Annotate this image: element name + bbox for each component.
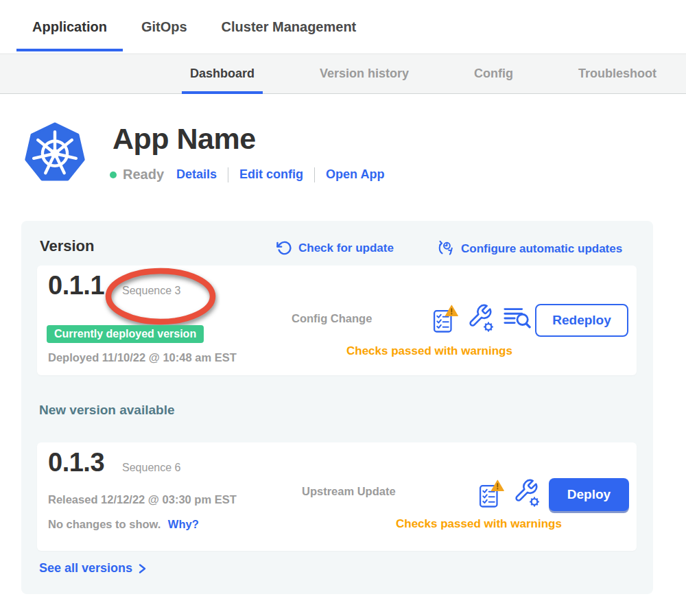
available-version-sequence: Sequence 6 <box>122 462 180 474</box>
version-action-icons <box>479 477 541 511</box>
deploy-button[interactable]: Deploy <box>549 478 629 511</box>
status-label: Ready <box>123 167 164 182</box>
redeploy-button[interactable]: Redeploy <box>535 304 628 337</box>
app-dashboard-page: Application GitOps Cluster Management Da… <box>0 0 686 616</box>
why-link[interactable]: Why? <box>168 518 199 530</box>
version-panel-title: Version <box>40 237 94 255</box>
divider <box>314 167 315 182</box>
see-all-versions-link[interactable]: See all versions <box>39 561 147 576</box>
version-panel: Version Check for update Configure autom… <box>21 221 653 594</box>
view-files-icon[interactable] <box>504 305 531 333</box>
currently-deployed-badge: Currently deployed version <box>47 325 204 343</box>
no-changes-text: No changes to show. <box>48 518 161 530</box>
app-status-row: Ready Details Edit config Open App <box>110 167 384 182</box>
current-version-sequence: Sequence 3 <box>122 285 180 297</box>
page-title: App Name <box>113 122 256 156</box>
top-nav: Application GitOps Cluster Management <box>0 0 686 54</box>
tab-troubleshoot[interactable]: Troubleshoot <box>570 54 665 93</box>
sub-nav: Dashboard Version history Config Trouble… <box>0 54 686 94</box>
current-version-row: 0.1.1 Sequence 3 <box>48 271 180 300</box>
available-version-number: 0.1.3 <box>48 448 104 477</box>
nav-tab-gitops[interactable]: GitOps <box>126 0 203 54</box>
deployed-timestamp: Deployed 11/10/22 @ 10:48 am EST <box>48 351 237 364</box>
gear-icon <box>530 497 539 507</box>
available-version-card: 0.1.3 Sequence 6 Released 12/12/22 @ 03:… <box>37 442 637 551</box>
version-action-icons <box>433 302 531 336</box>
current-version-card: 0.1.1 Sequence 3 Currently deployed vers… <box>37 265 637 375</box>
config-wrench-icon[interactable] <box>513 478 541 510</box>
new-version-heading: New version available <box>39 403 175 418</box>
open-app-link[interactable]: Open App <box>326 167 384 182</box>
details-link[interactable]: Details <box>176 167 217 182</box>
chevron-right-icon <box>138 563 147 574</box>
checks-status-text: Checks passed with warnings <box>346 344 512 358</box>
tab-version-history[interactable]: Version history <box>311 54 417 93</box>
refresh-icon <box>276 240 292 256</box>
configure-automatic-updates-link[interactable]: Configure automatic updates <box>438 240 622 257</box>
current-version-number: 0.1.1 <box>48 271 104 300</box>
nav-tab-application[interactable]: Application <box>16 0 123 54</box>
gear-icon <box>484 322 493 332</box>
available-version-row: 0.1.3 Sequence 6 <box>48 448 180 477</box>
config-wrench-icon[interactable] <box>467 303 495 335</box>
checks-status-text: Checks passed with warnings <box>396 517 562 531</box>
tab-config[interactable]: Config <box>466 54 521 93</box>
check-for-update-link[interactable]: Check for update <box>276 240 394 256</box>
ready-status-dot <box>110 171 117 178</box>
tab-dashboard[interactable]: Dashboard <box>182 54 263 93</box>
edit-config-link[interactable]: Edit config <box>239 167 303 182</box>
version-source-label: Upstream Update <box>302 485 396 498</box>
kubernetes-logo <box>25 122 85 182</box>
version-source-label: Config Change <box>292 312 372 325</box>
no-changes-line: No changes to show. Why? <box>48 518 199 531</box>
auto-update-clock-icon <box>438 240 455 257</box>
divider <box>228 167 228 182</box>
preflight-checklist-icon[interactable] <box>479 477 504 510</box>
preflight-checklist-icon[interactable] <box>433 303 458 335</box>
nav-tab-cluster-management[interactable]: Cluster Management <box>206 0 372 54</box>
released-timestamp: Released 12/12/22 @ 03:30 pm EST <box>48 493 237 506</box>
